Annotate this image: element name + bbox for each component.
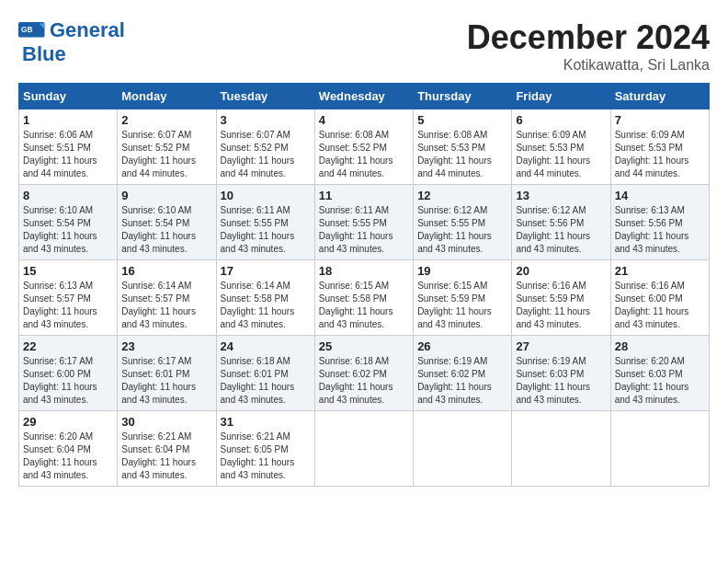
day-info: Sunrise: 6:13 AMSunset: 5:56 PMDaylight:… bbox=[615, 204, 705, 256]
title-area: December 2024 Kotikawatta, Sri Lanka bbox=[467, 18, 710, 74]
calendar-cell: 4Sunrise: 6:08 AMSunset: 5:52 PMDaylight… bbox=[314, 109, 413, 185]
day-info: Sunrise: 6:06 AMSunset: 5:51 PMDaylight:… bbox=[23, 129, 113, 180]
day-number: 13 bbox=[516, 189, 606, 202]
day-number: 10 bbox=[221, 189, 311, 202]
calendar-cell: 23Sunrise: 6:17 AMSunset: 6:01 PMDayligh… bbox=[118, 336, 216, 411]
day-number: 24 bbox=[221, 339, 311, 353]
day-number: 3 bbox=[221, 113, 311, 127]
day-info: Sunrise: 6:10 AMSunset: 5:54 PMDaylight:… bbox=[23, 204, 113, 256]
calendar-cell: 1Sunrise: 6:06 AMSunset: 5:51 PMDaylight… bbox=[19, 109, 118, 185]
day-info: Sunrise: 6:19 AMSunset: 6:03 PMDaylight:… bbox=[516, 355, 606, 407]
calendar-cell: 24Sunrise: 6:18 AMSunset: 6:01 PMDayligh… bbox=[216, 336, 314, 411]
day-info: Sunrise: 6:07 AMSunset: 5:52 PMDaylight:… bbox=[121, 129, 211, 180]
calendar-cell: 3Sunrise: 6:07 AMSunset: 5:52 PMDaylight… bbox=[216, 109, 314, 185]
calendar-cell: 14Sunrise: 6:13 AMSunset: 5:56 PMDayligh… bbox=[610, 185, 709, 260]
day-number: 1 bbox=[23, 113, 113, 127]
calendar-cell: 30Sunrise: 6:21 AMSunset: 6:04 PMDayligh… bbox=[118, 411, 216, 487]
calendar-cell: 19Sunrise: 6:15 AMSunset: 5:59 PMDayligh… bbox=[414, 260, 512, 336]
calendar-cell: 29Sunrise: 6:20 AMSunset: 6:04 PMDayligh… bbox=[19, 411, 118, 487]
day-number: 16 bbox=[121, 264, 211, 278]
day-number: 25 bbox=[319, 339, 409, 353]
day-number: 5 bbox=[417, 113, 507, 127]
calendar-cell: 20Sunrise: 6:16 AMSunset: 5:59 PMDayligh… bbox=[512, 260, 610, 336]
calendar-cell: 2Sunrise: 6:07 AMSunset: 5:52 PMDaylight… bbox=[118, 109, 216, 185]
day-info: Sunrise: 6:18 AMSunset: 6:02 PMDaylight:… bbox=[319, 355, 409, 407]
day-number: 27 bbox=[516, 339, 606, 353]
week-row-2: 8Sunrise: 6:10 AMSunset: 5:54 PMDaylight… bbox=[19, 185, 710, 260]
calendar-cell: 9Sunrise: 6:10 AMSunset: 5:54 PMDaylight… bbox=[118, 185, 216, 260]
calendar-cell: 10Sunrise: 6:11 AMSunset: 5:55 PMDayligh… bbox=[216, 185, 314, 260]
day-number: 26 bbox=[417, 339, 507, 353]
calendar-cell: 8Sunrise: 6:10 AMSunset: 5:54 PMDaylight… bbox=[19, 185, 118, 260]
calendar-cell: 12Sunrise: 6:12 AMSunset: 5:55 PMDayligh… bbox=[414, 185, 512, 260]
day-info: Sunrise: 6:08 AMSunset: 5:52 PMDaylight:… bbox=[319, 129, 409, 180]
logo-text-general: General bbox=[50, 18, 125, 42]
logo: GB General Blue bbox=[18, 18, 125, 66]
calendar-cell: 27Sunrise: 6:19 AMSunset: 6:03 PMDayligh… bbox=[512, 336, 610, 411]
day-info: Sunrise: 6:11 AMSunset: 5:55 PMDaylight:… bbox=[319, 204, 409, 256]
calendar-cell: 5Sunrise: 6:08 AMSunset: 5:53 PMDaylight… bbox=[414, 109, 512, 185]
week-row-5: 29Sunrise: 6:20 AMSunset: 6:04 PMDayligh… bbox=[19, 411, 710, 487]
day-info: Sunrise: 6:07 AMSunset: 5:52 PMDaylight:… bbox=[221, 129, 311, 180]
day-info: Sunrise: 6:18 AMSunset: 6:01 PMDaylight:… bbox=[221, 355, 311, 407]
calendar-cell: 28Sunrise: 6:20 AMSunset: 6:03 PMDayligh… bbox=[610, 336, 709, 411]
week-row-1: 1Sunrise: 6:06 AMSunset: 5:51 PMDaylight… bbox=[19, 109, 710, 185]
weekday-header-monday: Monday bbox=[118, 84, 216, 109]
day-info: Sunrise: 6:14 AMSunset: 5:57 PMDaylight:… bbox=[121, 280, 211, 331]
day-info: Sunrise: 6:15 AMSunset: 5:59 PMDaylight:… bbox=[417, 280, 507, 331]
day-info: Sunrise: 6:14 AMSunset: 5:58 PMDaylight:… bbox=[221, 280, 311, 331]
calendar-cell: 6Sunrise: 6:09 AMSunset: 5:53 PMDaylight… bbox=[512, 109, 610, 185]
day-number: 29 bbox=[23, 415, 113, 429]
day-info: Sunrise: 6:19 AMSunset: 6:02 PMDaylight:… bbox=[417, 355, 507, 407]
weekday-header-tuesday: Tuesday bbox=[216, 84, 314, 109]
day-info: Sunrise: 6:20 AMSunset: 6:03 PMDaylight:… bbox=[615, 355, 705, 407]
calendar-cell: 25Sunrise: 6:18 AMSunset: 6:02 PMDayligh… bbox=[314, 336, 413, 411]
calendar-cell: 16Sunrise: 6:14 AMSunset: 5:57 PMDayligh… bbox=[118, 260, 216, 336]
day-number: 8 bbox=[23, 189, 113, 202]
day-info: Sunrise: 6:20 AMSunset: 6:04 PMDaylight:… bbox=[23, 431, 113, 482]
day-info: Sunrise: 6:17 AMSunset: 6:01 PMDaylight:… bbox=[121, 355, 211, 407]
svg-text:GB: GB bbox=[21, 26, 32, 34]
day-number: 23 bbox=[121, 339, 211, 353]
day-number: 30 bbox=[121, 415, 211, 429]
day-number: 19 bbox=[417, 264, 507, 278]
location-title: Kotikawatta, Sri Lanka bbox=[467, 57, 710, 74]
week-row-3: 15Sunrise: 6:13 AMSunset: 5:57 PMDayligh… bbox=[19, 260, 710, 336]
calendar-cell: 11Sunrise: 6:11 AMSunset: 5:55 PMDayligh… bbox=[314, 185, 413, 260]
day-number: 17 bbox=[221, 264, 311, 278]
day-number: 20 bbox=[516, 264, 606, 278]
calendar-cell bbox=[610, 411, 709, 487]
day-number: 4 bbox=[319, 113, 409, 127]
day-info: Sunrise: 6:17 AMSunset: 6:00 PMDaylight:… bbox=[23, 355, 113, 407]
calendar-cell: 22Sunrise: 6:17 AMSunset: 6:00 PMDayligh… bbox=[19, 336, 118, 411]
calendar-cell bbox=[414, 411, 512, 487]
day-info: Sunrise: 6:09 AMSunset: 5:53 PMDaylight:… bbox=[516, 129, 606, 180]
day-info: Sunrise: 6:12 AMSunset: 5:56 PMDaylight:… bbox=[516, 204, 606, 256]
day-info: Sunrise: 6:16 AMSunset: 5:59 PMDaylight:… bbox=[516, 280, 606, 331]
day-info: Sunrise: 6:10 AMSunset: 5:54 PMDaylight:… bbox=[121, 204, 211, 256]
logo-text-blue: Blue bbox=[22, 42, 66, 66]
logo-icon: GB bbox=[18, 22, 46, 39]
day-number: 2 bbox=[121, 113, 211, 127]
calendar-cell: 26Sunrise: 6:19 AMSunset: 6:02 PMDayligh… bbox=[414, 336, 512, 411]
calendar-cell: 13Sunrise: 6:12 AMSunset: 5:56 PMDayligh… bbox=[512, 185, 610, 260]
weekday-header-friday: Friday bbox=[512, 84, 610, 109]
day-number: 12 bbox=[417, 189, 507, 202]
weekday-header-sunday: Sunday bbox=[19, 84, 118, 109]
day-info: Sunrise: 6:09 AMSunset: 5:53 PMDaylight:… bbox=[615, 129, 705, 180]
day-number: 9 bbox=[121, 189, 211, 202]
week-row-4: 22Sunrise: 6:17 AMSunset: 6:00 PMDayligh… bbox=[19, 336, 710, 411]
calendar-cell: 31Sunrise: 6:21 AMSunset: 6:05 PMDayligh… bbox=[216, 411, 314, 487]
day-number: 7 bbox=[615, 113, 705, 127]
calendar-cell: 21Sunrise: 6:16 AMSunset: 6:00 PMDayligh… bbox=[610, 260, 709, 336]
day-number: 6 bbox=[516, 113, 606, 127]
weekday-header-row: SundayMondayTuesdayWednesdayThursdayFrid… bbox=[19, 84, 710, 109]
day-number: 28 bbox=[615, 339, 705, 353]
day-number: 21 bbox=[615, 264, 705, 278]
month-title: December 2024 bbox=[467, 18, 710, 57]
calendar-table: SundayMondayTuesdayWednesdayThursdayFrid… bbox=[18, 83, 710, 487]
weekday-header-thursday: Thursday bbox=[414, 84, 512, 109]
calendar-cell: 7Sunrise: 6:09 AMSunset: 5:53 PMDaylight… bbox=[610, 109, 709, 185]
day-info: Sunrise: 6:16 AMSunset: 6:00 PMDaylight:… bbox=[615, 280, 705, 331]
day-info: Sunrise: 6:12 AMSunset: 5:55 PMDaylight:… bbox=[417, 204, 507, 256]
